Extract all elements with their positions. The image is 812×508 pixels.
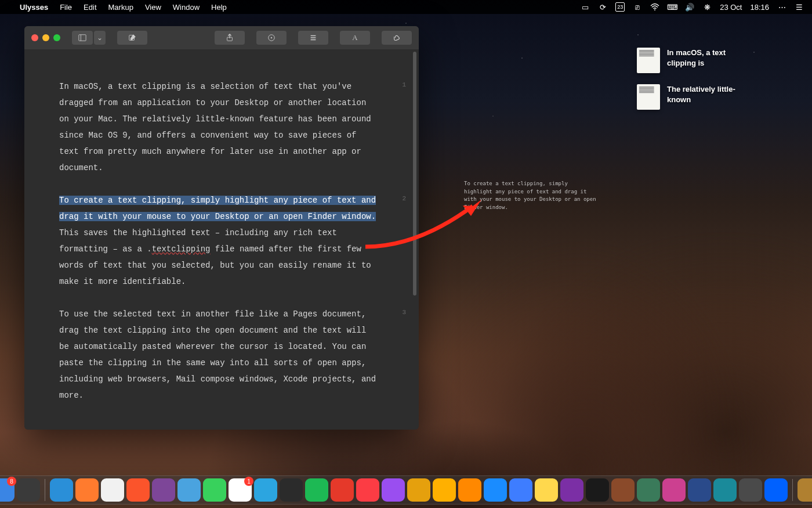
dock-app1[interactable] <box>611 478 635 502</box>
menubar: Ulysses File Edit Markup View Window Hel… <box>0 0 812 14</box>
scrollbar[interactable] <box>413 52 416 296</box>
display-icon[interactable]: ▭ <box>581 2 590 12</box>
typography-button[interactable]: A <box>340 31 370 45</box>
dock-pixelmator[interactable] <box>662 478 686 502</box>
dock-mission[interactable] <box>17 478 40 502</box>
dock-slack[interactable]: 1 <box>229 478 252 502</box>
svg-point-6 <box>271 37 272 38</box>
dock-telegram[interactable] <box>254 478 277 502</box>
menu-edit[interactable]: Edit <box>84 3 96 12</box>
dock: 81 <box>0 475 812 505</box>
dock-chrome[interactable] <box>101 478 124 502</box>
close-button[interactable] <box>31 34 38 41</box>
paragraph-number: 3 <box>402 306 406 319</box>
dock-firefox[interactable] <box>75 478 99 502</box>
dock-separator <box>792 479 793 501</box>
sidebar-toggle-button[interactable] <box>72 31 93 45</box>
dock-music[interactable] <box>356 478 379 502</box>
paragraph-3[interactable]: To use the selected text in another file… <box>59 306 378 403</box>
desktop-clipping[interactable]: The relatively little-known <box>637 84 754 110</box>
share-button[interactable] <box>215 31 245 45</box>
menu-view[interactable]: View <box>145 3 161 12</box>
badge: 8 <box>7 477 16 486</box>
clipping-label: The relatively little-known <box>667 84 754 105</box>
paragraph-1[interactable]: In macOS, a text clipping is a selection… <box>59 78 378 176</box>
dock-news[interactable] <box>331 478 354 502</box>
desktop-clipping[interactable]: In macOS, a text clipping is <box>637 48 754 73</box>
attachments-button[interactable] <box>382 31 412 45</box>
list-icon[interactable]: ☰ <box>795 2 804 12</box>
selected-text[interactable]: To create a text clipping, simply highli… <box>59 196 376 221</box>
sidebar-menu-button[interactable]: ⌄ <box>94 31 106 45</box>
badge: 1 <box>244 477 253 486</box>
svg-point-0 <box>654 9 655 10</box>
dock-plex[interactable] <box>407 478 430 502</box>
menubar-date[interactable]: 23 Oct <box>720 3 742 12</box>
dock-safari[interactable] <box>50 478 73 502</box>
clipping-label: In macOS, a text clipping is <box>667 48 754 68</box>
volume-icon[interactable]: 🔊 <box>685 2 694 12</box>
menu-file[interactable]: File <box>60 3 72 12</box>
date-badge-icon[interactable]: 23 <box>615 2 625 12</box>
wifi-icon[interactable] <box>650 2 659 12</box>
sync-icon[interactable]: ⟳ <box>598 2 607 12</box>
compose-button[interactable] <box>117 31 147 45</box>
editor-area[interactable]: In macOS, a text clipping is a selection… <box>24 49 419 430</box>
snowflake-icon[interactable]: ❋ <box>702 2 712 12</box>
dock-dropbox[interactable] <box>764 478 788 502</box>
dock-mail[interactable]: 8 <box>0 478 14 502</box>
dock-onenote[interactable] <box>560 478 583 502</box>
menu-window[interactable]: Window <box>173 3 200 12</box>
goals-button[interactable] <box>256 31 287 45</box>
paragraph-2[interactable]: To create a text clipping, simply highli… <box>59 192 378 290</box>
dock-podcasts[interactable] <box>382 478 405 502</box>
overflow-icon[interactable]: ⋯ <box>777 2 786 12</box>
textclipping-icon <box>637 48 660 73</box>
dock-app4[interactable] <box>713 478 737 502</box>
dock-app5[interactable] <box>739 478 762 502</box>
window-titlebar[interactable]: ⌄ A <box>24 26 419 49</box>
svg-rect-1 <box>79 35 86 41</box>
traffic-lights <box>31 34 60 41</box>
menu-help[interactable]: Help <box>211 3 227 12</box>
drag-ghost-text: To create a text clipping, simply highli… <box>464 180 597 211</box>
paragraph-number: 1 <box>402 78 406 91</box>
dock-hazel[interactable] <box>433 478 456 502</box>
dock-tweetbot[interactable] <box>177 478 201 502</box>
menu-markup[interactable]: Markup <box>108 3 133 12</box>
paragraph-number: 2 <box>402 192 406 205</box>
textclipping-icon <box>637 84 660 110</box>
dock-brave[interactable] <box>126 478 150 502</box>
dock-terminal[interactable] <box>586 478 609 502</box>
spellcheck-word[interactable]: textclipping <box>152 244 211 254</box>
keyboard-icon[interactable]: ⌨ <box>668 2 677 12</box>
zoom-button[interactable] <box>53 34 60 41</box>
dock-separator <box>45 479 45 501</box>
app-menu[interactable]: Ulysses <box>20 3 48 12</box>
dock-transmit[interactable] <box>798 478 812 502</box>
dock-things[interactable] <box>509 478 532 502</box>
menubar-time[interactable]: 18:16 <box>750 3 769 12</box>
dock-messages[interactable] <box>203 478 226 502</box>
dock-vlc[interactable] <box>458 478 481 502</box>
dock-app3[interactable] <box>688 478 711 502</box>
ulysses-window: ⌄ A In macOS, a text clipping is a selec… <box>24 26 419 430</box>
list-view-button[interactable] <box>298 31 328 45</box>
dock-app2[interactable] <box>637 478 660 502</box>
minimize-button[interactable] <box>42 34 49 41</box>
dock-ulysses[interactable] <box>535 478 558 502</box>
dock-apollo[interactable] <box>280 478 303 502</box>
airplay-icon[interactable]: ⎚ <box>633 2 642 12</box>
dock-tor[interactable] <box>152 478 175 502</box>
dock-1password[interactable] <box>484 478 507 502</box>
dock-spotify[interactable] <box>305 478 328 502</box>
